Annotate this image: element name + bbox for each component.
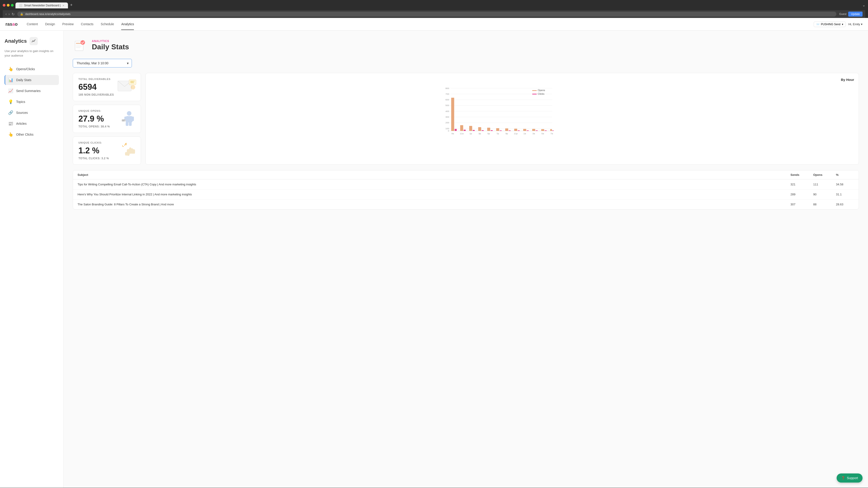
app: rasao Content Design Preview Contacts Sc…: [0, 18, 868, 488]
newsletter-badge[interactable]: 📨 PUSHING Send ▾: [814, 22, 846, 27]
svg-rect-54: [514, 129, 517, 131]
articles-icon: 📰: [8, 121, 13, 126]
table-row: Here's Why You Should Prioritize Interna…: [73, 190, 859, 199]
svg-rect-62: [482, 130, 484, 131]
svg-rect-49: [469, 126, 472, 131]
close-window-btn[interactable]: [3, 4, 5, 7]
support-label: Support: [847, 476, 858, 480]
forward-btn[interactable]: ›: [8, 12, 9, 17]
col-header-percent: %: [836, 173, 854, 176]
svg-rect-20: [122, 121, 124, 121]
support-icon: ❓: [841, 476, 845, 480]
svg-text:9p: 9p: [505, 132, 508, 135]
minimize-window-btn[interactable]: [7, 4, 9, 7]
sidebar-item-daily-stats[interactable]: 📊 Daily Stats: [4, 75, 59, 85]
page-header: ANALYTICS Daily Stats: [73, 38, 859, 53]
chart-area: By Hour 800 700 600 500 400 300 200 100: [146, 73, 859, 165]
sidebar-item-topics[interactable]: 💡 Topics: [4, 97, 59, 107]
svg-text:400: 400: [445, 110, 449, 112]
sidebar-item-opens-clicks[interactable]: 👆 Opens/Clicks: [4, 64, 59, 74]
sidebar-label-sources: Sources: [16, 111, 28, 115]
nav-schedule[interactable]: Schedule: [101, 19, 114, 30]
svg-point-12: [127, 111, 131, 116]
top-nav: rasao Content Design Preview Contacts Sc…: [0, 18, 868, 31]
logo: rasao: [5, 22, 18, 27]
svg-point-11: [131, 85, 135, 90]
svg-rect-10: [130, 83, 134, 83]
svg-rect-18: [122, 119, 126, 122]
opens-clicks-icon: 👆: [8, 66, 13, 72]
back-btn[interactable]: ‹: [5, 12, 7, 17]
stat-card-deliverables: TOTAL DELIVERABLES 6594 185 NON DELIVERA…: [73, 73, 141, 101]
nav-design[interactable]: Design: [45, 19, 55, 30]
update-button[interactable]: Update: [848, 11, 863, 17]
svg-rect-9: [130, 82, 134, 82]
svg-text:11a: 11a: [460, 132, 464, 135]
row-0-subject: Tips for Writing Compelling Email Call-T…: [78, 183, 790, 186]
svg-text:9a: 9a: [452, 132, 454, 135]
tab-favicon: [19, 4, 22, 7]
maximize-window-btn[interactable]: [11, 4, 13, 7]
other-clicks-icon: 👆: [8, 132, 13, 137]
table-row: The Salon Branding Guide: 8 Pillars To C…: [73, 199, 859, 209]
nav-contacts[interactable]: Contacts: [81, 19, 93, 30]
person-illustration: [119, 109, 137, 128]
titlebar: Smart Newsletter Dashboard | ✕ + ⌄: [3, 2, 865, 8]
support-button[interactable]: ❓ Support: [837, 474, 863, 483]
analytics-label: ANALYTICS: [92, 39, 129, 43]
svg-rect-66: [518, 130, 520, 131]
sidebar-item-other-clicks[interactable]: 👆 Other Clicks: [4, 130, 59, 139]
sidebar-title: Analytics: [4, 38, 27, 44]
sidebar-item-articles[interactable]: 📰 Articles: [4, 119, 59, 129]
stats-cards: TOTAL DELIVERABLES 6594 185 NON DELIVERA…: [73, 73, 141, 165]
sidebar-item-sources[interactable]: 🔗 Sources: [4, 108, 59, 118]
svg-text:3a: 3a: [532, 132, 535, 135]
date-select[interactable]: Thursday, Mar 3 10:00 Wednesday, Mar 2 1…: [73, 59, 132, 67]
dropdown-icon: ▾: [842, 23, 843, 26]
svg-line-27: [122, 145, 123, 147]
tab-bar: Smart Newsletter Dashboard | ✕ +: [16, 2, 74, 8]
stats-grid: TOTAL DELIVERABLES 6594 185 NON DELIVERA…: [73, 73, 859, 165]
sidebar-item-send-summaries[interactable]: 📈 Send Summaries: [4, 86, 59, 96]
svg-rect-47: [451, 98, 454, 131]
expand-btn[interactable]: ⌄: [862, 3, 865, 7]
svg-text:7a: 7a: [550, 132, 553, 135]
chevron-down-icon: ▾: [861, 23, 863, 26]
sidebar-description: Use your analytics to gain insights on y…: [4, 49, 59, 58]
user-greeting[interactable]: Hi, Emily ▾: [848, 23, 863, 26]
newsletter-icon: 📨: [816, 23, 819, 26]
newsletter-name: PUSHING Send: [821, 23, 840, 26]
svg-rect-69: [545, 130, 547, 131]
nav-analytics[interactable]: Analytics: [121, 19, 134, 30]
sidebar-nav: 👆 Opens/Clicks 📊 Daily Stats 📈 Send Summ…: [4, 64, 59, 139]
browser-tab[interactable]: Smart Newsletter Dashboard | ✕: [16, 2, 68, 8]
svg-rect-3: [76, 46, 82, 46]
nav-content[interactable]: Content: [27, 19, 38, 30]
sidebar-label-articles: Articles: [16, 122, 27, 125]
nav-links: Content Design Preview Contacts Schedule…: [27, 19, 134, 30]
chart-svg: 800 700 600 500 400 300 200 100 0: [150, 85, 854, 135]
url-text: dashboard.rasa.io/analytics/dailystats: [25, 12, 70, 16]
sidebar-label-topics: Topics: [16, 100, 25, 104]
svg-text:700: 700: [445, 93, 449, 95]
analytics-icon: [30, 37, 38, 45]
envelope-illustration: [117, 78, 137, 95]
svg-rect-65: [509, 130, 511, 131]
svg-rect-58: [550, 129, 552, 131]
row-2-opens: 88: [813, 203, 836, 206]
address-bar: ‹ › ↻ 🔒 dashboard.rasa.io/analytics/dail…: [3, 10, 865, 18]
url-bar[interactable]: 🔒 dashboard.rasa.io/analytics/dailystats: [17, 11, 837, 17]
new-tab-btn[interactable]: +: [68, 2, 74, 8]
svg-rect-8: [130, 81, 135, 82]
svg-rect-2: [76, 44, 81, 45]
svg-rect-52: [496, 128, 499, 131]
svg-rect-63: [491, 130, 493, 131]
close-tab-btn[interactable]: ✕: [63, 4, 64, 7]
nav-preview[interactable]: Preview: [62, 19, 74, 30]
chart-container: 800 700 600 500 400 300 200 100 0: [150, 85, 854, 136]
tab-title: Smart Newsletter Dashboard |: [24, 4, 61, 7]
svg-rect-55: [523, 129, 526, 131]
row-1-sends: 289: [790, 193, 813, 196]
reload-btn[interactable]: ↻: [11, 12, 14, 17]
svg-text:Clicks: Clicks: [538, 93, 545, 95]
